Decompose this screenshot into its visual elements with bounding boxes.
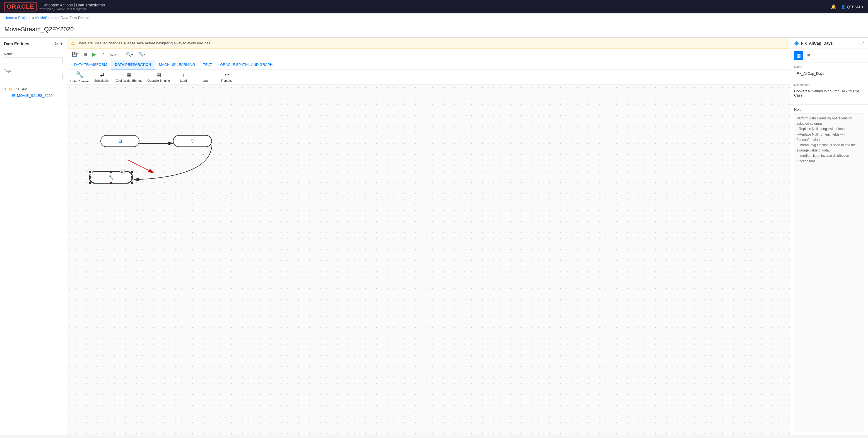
code-view-button[interactable]: </> <box>108 51 117 58</box>
right-panel-header: 🔷 Fix_AllCap_Days ⤢ <box>790 38 868 49</box>
breadcrumb-sep3: » <box>58 15 61 20</box>
sidebar-actions: ↻ + <box>54 41 63 46</box>
notification-bell-icon[interactable]: 🔔 <box>831 4 836 9</box>
tool-lead[interactable]: ↑ Lead <box>175 72 192 82</box>
table-icon: ▦ <box>12 93 16 98</box>
lag-icon: ↓ <box>204 72 207 78</box>
center-panel: ⚠ There are unsaved changes. Please save… <box>67 38 790 435</box>
equi-width-binning-label: Equi_Width Binning <box>116 79 143 82</box>
tree-expand-icon: ▼ <box>4 88 7 91</box>
panel-expand-button[interactable]: ⤢ <box>861 40 864 46</box>
filter-node-icon: ▽ <box>191 138 194 144</box>
tool-substitution[interactable]: ⇄ Substitution <box>94 72 111 82</box>
tool-quantile-binning[interactable]: ▤ Quantile Binning <box>148 72 170 82</box>
replace-icon: ↩ <box>225 72 229 78</box>
tool-data-cleanse[interactable]: 🔧 Data Cleanse <box>70 71 89 83</box>
resize-handle-tm[interactable] <box>110 171 112 173</box>
tools-toolbar: 🔧 Data Cleanse ⇄ Substitution ▦ Equi_Wid… <box>67 69 790 85</box>
fit-to-screen-button[interactable]: ⊞ <box>82 51 89 58</box>
app-title: Database Actions | Data Transforms <box>39 3 105 7</box>
panel-name-field: Name <box>790 62 868 80</box>
resize-handle-tl[interactable] <box>89 171 91 173</box>
user-icon: 👤 <box>841 5 845 9</box>
quantile-binning-label: Quantile Binning <box>148 79 170 82</box>
substitution-icon: ⇄ <box>100 72 104 78</box>
nav-right: 🔔 👤 QTEAM ▾ <box>831 4 864 9</box>
breadcrumb-details: Data Flow Details <box>61 15 89 20</box>
toolbar-divider <box>121 52 121 57</box>
left-sidebar: Data Entities ↻ + Name Tags ▼ 📁 QTEAM ▦ <box>0 38 67 435</box>
warning-bar: ⚠ There are unsaved changes. Please save… <box>67 38 790 49</box>
tags-filter-input[interactable] <box>4 74 63 80</box>
warning-icon: ⚠ <box>71 40 75 46</box>
source-node[interactable]: ⊞ <box>100 135 140 147</box>
transform-node-icon: 🔧 <box>108 175 114 180</box>
folder-icon: 📁 <box>8 87 13 91</box>
breadcrumb-moviestream[interactable]: MovieStream <box>35 15 57 20</box>
equi-width-binning-icon: ▦ <box>127 72 131 78</box>
zoom-out-button[interactable]: 🔍- <box>137 51 147 58</box>
node-expand-button[interactable]: ⊞ <box>120 169 125 174</box>
oracle-brand-text: ORACLE <box>7 3 34 10</box>
canvas-area[interactable]: ⊞ ▽ ✕ 🔧 ⊞ <box>67 85 790 435</box>
sidebar-item-label: MOVIE_SALES_2020 <box>17 93 53 98</box>
sidebar-item-movie-sales[interactable]: ▦ MOVIE_SALES_2020 <box>4 92 63 99</box>
resize-handle-bm[interactable] <box>110 182 112 184</box>
user-menu[interactable]: 👤 QTEAM ▾ <box>841 5 864 9</box>
tab-text[interactable]: TEXT <box>199 60 216 69</box>
nav-left: ORACLE Database Actions | Data Transform… <box>4 2 105 11</box>
add-entity-button[interactable]: + <box>60 41 63 46</box>
breadcrumb-projects[interactable]: Projects <box>18 15 31 20</box>
canvas-inner: ⊞ ▽ ✕ 🔧 ⊞ <box>67 85 790 435</box>
tree-group-header[interactable]: ▼ 📁 QTEAM <box>4 86 63 92</box>
sidebar-header: Data Entities ↻ + <box>0 38 67 50</box>
resize-handle-mr[interactable] <box>131 176 133 179</box>
username-label: QTEAM <box>847 5 860 9</box>
tool-replace[interactable]: ↩ Replace <box>218 72 235 82</box>
page-title-bar: MovieStream_Q2FY2020 <box>0 22 868 38</box>
oracle-logo: ORACLE Database Actions | Data Transform… <box>4 2 105 11</box>
tab-machine-learning[interactable]: MACHINE LEARNING <box>155 60 199 69</box>
right-panel-title-row: 🔷 Fix_AllCap_Days <box>794 41 833 45</box>
tool-lag[interactable]: ↓ Lag <box>197 72 213 82</box>
main-content: Data Entities ↻ + Name Tags ▼ 📁 QTEAM ▦ <box>0 38 868 435</box>
panel-title-icon: 🔷 <box>794 41 799 45</box>
tab-data-transform[interactable]: DATA TRANSFORM <box>70 60 111 69</box>
validate-button[interactable]: ✓ <box>100 51 106 58</box>
refresh-button[interactable]: ↻ <box>54 41 58 46</box>
run-button[interactable]: ▶ <box>91 51 98 58</box>
sidebar-name-filter: Name <box>0 50 67 66</box>
oracle-brand-box: ORACLE <box>4 2 36 11</box>
breadcrumb-sep2: » <box>32 15 35 20</box>
lead-label: Lead <box>180 79 187 82</box>
tab-bar: DATA TRANSFORM DATA PREPARATION MACHINE … <box>67 60 790 69</box>
name-field-input[interactable] <box>794 70 864 77</box>
lead-icon: ↑ <box>182 72 185 78</box>
top-navigation: ORACLE Database Actions | Data Transform… <box>0 0 868 13</box>
zoom-in-button[interactable]: 🔍+ <box>124 51 135 58</box>
resize-handle-bl[interactable] <box>89 182 91 184</box>
resize-handle-ml[interactable] <box>89 176 91 179</box>
tab-data-preparation[interactable]: DATA PREPARATION <box>111 60 155 69</box>
transform-node[interactable]: ✕ 🔧 ⊞ <box>89 171 132 183</box>
resize-handle-br[interactable] <box>131 182 133 184</box>
tree-group-qteam: ▼ 📁 QTEAM ▦ MOVIE_SALES_2020 <box>0 85 67 100</box>
page-title: MovieStream_Q2FY2020 <box>4 26 864 33</box>
tags-filter-label: Tags <box>4 69 63 72</box>
panel-title-text: Fix_AllCap_Days <box>801 41 833 45</box>
tab-oracle-spatial[interactable]: ORACLE SPATIAL AND GRAPH <box>216 60 276 69</box>
filter-node[interactable]: ▽ <box>173 135 212 147</box>
replace-label: Replace <box>221 79 232 82</box>
source-node-icon: ⊞ <box>118 138 122 144</box>
substitution-label: Substitution <box>94 79 110 82</box>
description-field-label: Description <box>794 83 864 87</box>
name-filter-input[interactable] <box>4 57 63 64</box>
panel-tab-grid[interactable]: ▦ <box>794 51 803 60</box>
resize-handle-tr[interactable] <box>131 171 133 173</box>
panel-tab-table[interactable]: ≡ <box>804 51 813 60</box>
breadcrumb-home[interactable]: Home <box>4 15 14 20</box>
quantile-binning-icon: ▤ <box>156 72 161 78</box>
tree-group-label: QTEAM <box>14 87 27 91</box>
tool-equi-width-binning[interactable]: ▦ Equi_Width Binning <box>116 72 143 82</box>
save-button[interactable]: 💾* <box>70 51 80 58</box>
